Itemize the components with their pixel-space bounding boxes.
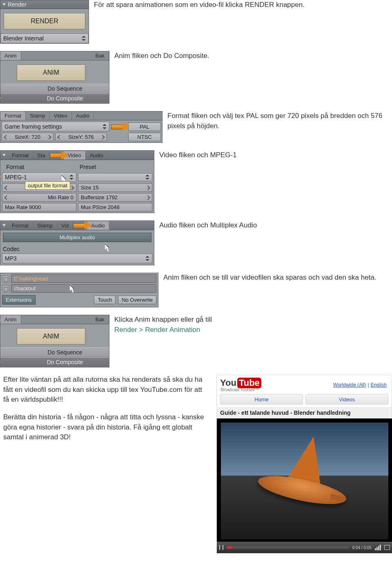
output-path-1[interactable]: C:\talkinghead bbox=[11, 274, 156, 283]
pal-button[interactable]: PAL bbox=[128, 122, 161, 131]
tab-format2[interactable]: Format bbox=[8, 151, 33, 160]
folder-icon[interactable]: ▢ bbox=[2, 285, 9, 292]
closing-para-2: Berätta din historia - få någon - några … bbox=[3, 412, 205, 443]
collapse-icon[interactable] bbox=[2, 154, 6, 156]
right-arrow-icon bbox=[145, 185, 150, 190]
ntsc-button[interactable]: NTSC bbox=[128, 133, 161, 141]
tooltip-output-format: output file format bbox=[25, 181, 70, 190]
buffer-field[interactable]: Buffersize 1792 bbox=[78, 193, 152, 202]
anim-button-2[interactable]: ANIM bbox=[17, 328, 85, 345]
do-composite-button[interactable]: Do Composite bbox=[0, 93, 109, 103]
mux-value: Mux PSize 2048 bbox=[81, 204, 120, 210]
sizey-field[interactable]: SizeY: 576 bbox=[55, 133, 107, 141]
volume-icon[interactable] bbox=[375, 545, 381, 550]
updown-icon bbox=[145, 256, 149, 261]
mp3-select[interactable]: MP3 bbox=[2, 254, 152, 263]
sizex-field[interactable]: SizeX: 720 bbox=[2, 133, 53, 141]
preset-label: Preset bbox=[77, 162, 151, 171]
fullscreen-icon[interactable] bbox=[384, 545, 390, 550]
do-sequence-2[interactable]: Do Sequence bbox=[0, 347, 109, 357]
youtube-logo[interactable]: YouTube bbox=[220, 378, 261, 388]
output-path-panel: ▢ C:\talkinghead ▢ //backbuf Extensions … bbox=[0, 273, 158, 307]
youtube-mock: YouTube Broadcast Yourself™ Worldwide (A… bbox=[216, 375, 392, 554]
caption-audio: Audio fliken och Multiplex Audio bbox=[154, 220, 260, 231]
pause-icon[interactable] bbox=[219, 545, 223, 550]
collapse-icon[interactable] bbox=[2, 3, 6, 6]
arrow-docomposite-2 bbox=[0, 357, 3, 366]
codec-label: Codec bbox=[0, 245, 154, 254]
minrate-field[interactable]: Min Rate 0 bbox=[2, 193, 76, 202]
yt-tab-home[interactable]: Home bbox=[220, 394, 303, 405]
youtube-slogan: Broadcast Yourself™ bbox=[221, 387, 261, 392]
tab-format[interactable]: Format bbox=[0, 111, 26, 120]
tab-format3[interactable]: Format bbox=[8, 221, 33, 230]
tab-stamp[interactable]: Stamp bbox=[26, 111, 50, 120]
yt-video-title: Guide - ett talande huvud - Blender hand… bbox=[217, 407, 392, 418]
tab-bak2[interactable]: Bak bbox=[91, 315, 109, 324]
gop-field[interactable]: Size 15 bbox=[78, 183, 152, 192]
updown-icon bbox=[82, 36, 86, 41]
render-panel: Render RENDER Blender Internal bbox=[0, 0, 89, 44]
minrate-value: Min Rate 0 bbox=[48, 194, 74, 200]
tab-stamp2[interactable]: Sta bbox=[33, 151, 50, 160]
collapse-icon[interactable] bbox=[2, 224, 6, 227]
arrow-mpeg bbox=[0, 172, 3, 181]
tab-bak[interactable]: Bak bbox=[91, 51, 109, 60]
extensions-button[interactable]: Extensions bbox=[2, 295, 36, 305]
timestamp: 0:04 / 0:05 bbox=[352, 545, 372, 550]
tab-stamp3[interactable]: Stamp bbox=[33, 221, 57, 230]
game-framing-select[interactable]: Game framing settings bbox=[2, 122, 109, 131]
no-overwrite-button[interactable]: No Overwrite bbox=[118, 296, 156, 304]
multiplex-button[interactable]: Multiplex audio bbox=[3, 233, 151, 242]
preset-select[interactable] bbox=[78, 173, 152, 181]
rendered-character bbox=[254, 428, 355, 530]
arrow-pal bbox=[111, 122, 127, 131]
arrow-video bbox=[50, 151, 66, 160]
caption-anim2-b: Render > Render Animation bbox=[114, 326, 200, 334]
gop-value: Size 15 bbox=[81, 185, 98, 191]
link-worldwide[interactable]: Worldwide (All) bbox=[333, 382, 366, 388]
do-composite-2[interactable]: Do Composite bbox=[0, 357, 109, 367]
tab-video[interactable]: Video bbox=[50, 111, 72, 120]
do-sequence-button[interactable]: Do Sequence bbox=[0, 84, 109, 93]
yt-tab-videos[interactable]: Videos bbox=[305, 394, 388, 405]
folder-icon[interactable]: ▢ bbox=[2, 275, 9, 283]
render-button[interactable]: RENDER bbox=[4, 13, 85, 29]
caption-video: Video fliken och MPEG-1 bbox=[154, 150, 240, 160]
youtube-links: Worldwide (All)|English bbox=[332, 382, 388, 388]
touch-button[interactable]: Touch bbox=[94, 296, 116, 304]
panel-title: Render bbox=[8, 1, 27, 8]
right-arrow-icon bbox=[69, 185, 74, 190]
left-arrow-icon bbox=[4, 135, 8, 139]
render-engine-select[interactable]: Blender Internal bbox=[0, 33, 89, 43]
updown-icon bbox=[102, 124, 107, 129]
yt-player[interactable]: 0:04 / 0:05 bbox=[217, 418, 392, 553]
tab-vid3[interactable]: Vid bbox=[57, 221, 74, 230]
maxrate-value: Max Rate 9000 bbox=[5, 204, 41, 210]
anim-button[interactable]: ANIM bbox=[17, 65, 85, 81]
caption-format: Format fliken och välj tex PAL som ger 7… bbox=[163, 111, 392, 131]
mpeg-select[interactable]: MPEG-1 bbox=[2, 172, 76, 182]
yt-controls: 0:04 / 0:05 bbox=[217, 542, 392, 553]
tab-anim[interactable]: Anim bbox=[0, 51, 21, 60]
updown-icon bbox=[145, 175, 149, 180]
anim-panel: Anim Bak ANIM Do Sequence Do Composite bbox=[0, 51, 109, 104]
updown-icon bbox=[69, 175, 74, 180]
mux-field[interactable]: Mux PSize 2048 bbox=[78, 203, 152, 211]
caption-anim2: Klicka Anim knappen eller gå till Render… bbox=[109, 315, 392, 335]
sizey-value: SizeY: 576 bbox=[68, 134, 94, 140]
right-arrow-icon bbox=[100, 135, 105, 139]
maxrate-field[interactable]: Max Rate 9000 bbox=[2, 203, 76, 211]
mp3-value: MP3 bbox=[5, 255, 17, 262]
yt-scene bbox=[221, 423, 388, 539]
tab-audio[interactable]: Audio bbox=[72, 111, 94, 120]
progress-bar[interactable] bbox=[227, 546, 349, 549]
buffer-value: Buffersize 1792 bbox=[81, 194, 118, 200]
game-framing-label: Game framing settings bbox=[4, 123, 62, 130]
link-english[interactable]: English bbox=[371, 382, 387, 388]
video-panel: Format Sta Video Audio Format Preset MPE… bbox=[0, 150, 154, 213]
output-path-2[interactable]: //backbuf bbox=[11, 284, 156, 293]
closing-text: Efter lite väntan på att alla rutorna sk… bbox=[0, 375, 208, 450]
tab-audio2[interactable]: Audio bbox=[86, 151, 108, 160]
tab-anim2[interactable]: Anim bbox=[0, 315, 21, 324]
